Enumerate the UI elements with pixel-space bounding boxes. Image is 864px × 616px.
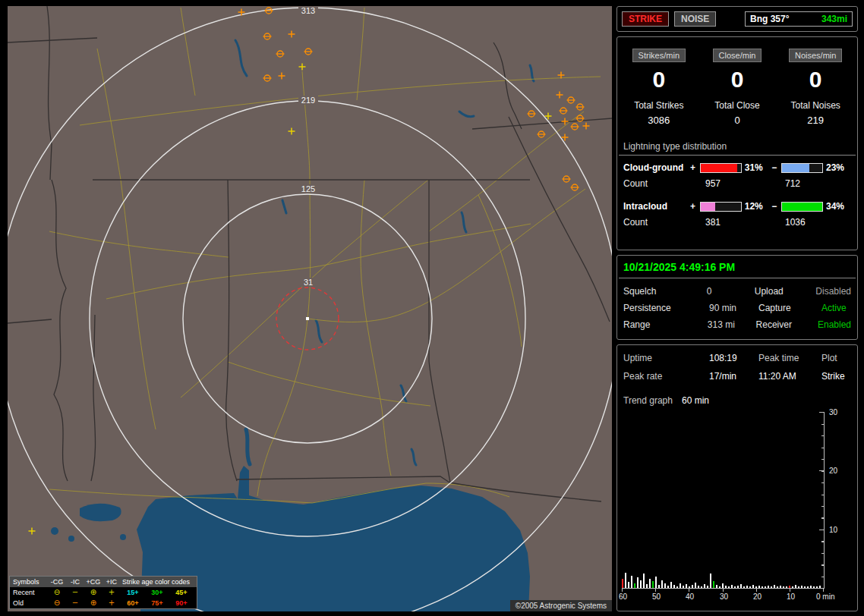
ncg-strike-symbol xyxy=(560,108,568,114)
age-code-75: 75+ xyxy=(145,598,169,608)
strike-mode-button[interactable]: STRIKE xyxy=(622,11,669,27)
total-strikes-value: 3086 xyxy=(620,115,698,126)
trend-bar xyxy=(625,573,626,588)
trend-bar xyxy=(652,581,654,588)
nic-recent-icon: − xyxy=(66,587,84,598)
peak-rate-label: Peak rate xyxy=(623,371,709,382)
pic-strike-symbol xyxy=(557,92,563,99)
noises-per-min-header: Noises/min xyxy=(789,49,842,62)
persistence-value: 90 min xyxy=(709,303,758,313)
trend-bar xyxy=(661,580,663,588)
trend-box: Uptime 108:19 Peak time Plot Peak rate 1… xyxy=(616,344,858,611)
trend-bar xyxy=(622,579,623,588)
range-label: Range xyxy=(623,319,708,330)
close-per-min-header: Close/min xyxy=(713,49,762,62)
trend-bar xyxy=(631,576,632,588)
age-code-60: 60+ xyxy=(121,598,145,608)
trend-bars xyxy=(622,412,824,588)
highway-lines xyxy=(49,8,601,503)
cloud-ground-row: Cloud-ground + 31% − 23% xyxy=(623,162,851,173)
bearing-range-box: Bng 357° 343mi xyxy=(745,11,853,27)
legend-col-nic: -IC xyxy=(66,577,84,587)
upload-label: Upload xyxy=(755,286,816,297)
trend-bar xyxy=(670,582,672,588)
trend-graph-label: Trend graph xyxy=(623,395,682,406)
nic-old-icon: − xyxy=(66,598,84,608)
x-tick-50: 50 xyxy=(652,592,678,601)
map-canvas[interactable]: 313 219 125 31 Symbols -CG -IC +CG +IC S… xyxy=(8,6,612,611)
cloud-ground-label: Cloud-ground xyxy=(623,162,689,173)
peak-rate-value: 17/min xyxy=(709,371,758,382)
strike-symbol-layer xyxy=(29,8,590,535)
count-label: Count xyxy=(623,178,705,189)
capture-label: Capture xyxy=(758,303,821,313)
age-code-30: 30+ xyxy=(145,587,169,598)
total-strikes-label: Total Strikes xyxy=(620,100,698,111)
cg-negative-bar xyxy=(781,163,823,173)
ic-negative-count: 1036 xyxy=(785,217,806,228)
age-code-45: 45+ xyxy=(169,587,194,598)
ncg-recent-icon: ⊖ xyxy=(48,587,66,598)
strikes-per-min-header: Strikes/min xyxy=(632,49,686,62)
ic-count-row: Count 381 1036 xyxy=(623,217,851,228)
x-tick-30: 30 xyxy=(720,592,746,601)
intracloud-label: Intracloud xyxy=(623,201,689,212)
ncg-strike-symbol xyxy=(528,111,536,117)
y-tick-30: 30 xyxy=(829,408,837,416)
pic-strike-symbol xyxy=(289,31,295,38)
ncg-strike-symbol xyxy=(304,49,313,55)
ncg-strike-symbol xyxy=(263,75,272,81)
trend-bar xyxy=(713,581,714,588)
legend-recent-label: Recent xyxy=(10,587,48,598)
x-tick-60: 60 xyxy=(619,592,645,601)
trend-graph: 30 20 10 60 50 40 30 20 10 0 min xyxy=(617,409,857,611)
trend-bar xyxy=(628,582,629,588)
plot-label: Plot xyxy=(821,353,837,363)
close-per-min-value: 0 xyxy=(698,67,776,93)
ncg-strike-symbol xyxy=(538,131,546,137)
total-noises-label: Total Noises xyxy=(777,100,854,111)
legend-col-pic: +IC xyxy=(102,577,121,587)
trend-bar xyxy=(643,574,645,588)
ring-label-31: 31 xyxy=(298,278,318,287)
lake-pontchartrain-water xyxy=(80,504,121,521)
x-tick-40: 40 xyxy=(686,592,711,601)
receiver-value: Enabled xyxy=(818,319,851,330)
pic-old-icon: + xyxy=(102,598,121,608)
pic-strike-symbol xyxy=(29,528,36,535)
side-panel: STRIKE NOISE Bng 357° 343mi Strikes/min … xyxy=(616,6,858,616)
total-close-value: 0 xyxy=(698,115,776,126)
noise-mode-button[interactable]: NOISE xyxy=(674,11,716,27)
trend-window-value: 60 min xyxy=(682,395,709,406)
ncg-strike-symbol xyxy=(265,8,273,14)
divider xyxy=(619,155,856,156)
pic-strike-symbol xyxy=(289,128,295,135)
minus-sign: − xyxy=(770,162,779,173)
y-axis xyxy=(824,412,825,589)
count-label: Count xyxy=(623,217,705,228)
ring-label-313: 313 xyxy=(298,6,318,15)
cg-count-row: Count 957 712 xyxy=(623,178,851,189)
y-tick-10: 10 xyxy=(829,526,837,534)
cg-negative-count: 712 xyxy=(785,178,800,189)
plot-value: Strike xyxy=(821,371,845,382)
trend-bar xyxy=(655,577,657,588)
age-code-90: 90+ xyxy=(169,598,194,608)
rivers-lakes xyxy=(235,40,534,465)
copyright-text: ©2005 Astrogenic Systems xyxy=(510,600,612,611)
ncg-strike-symbol xyxy=(571,184,579,190)
y-tick-20: 20 xyxy=(829,467,837,475)
cg-positive-pct: 31% xyxy=(745,162,770,173)
cg-positive-bar xyxy=(700,163,742,173)
intracloud-row: Intracloud + 12% − 34% xyxy=(623,201,851,212)
ncg-strike-symbol xyxy=(576,104,585,110)
legend-col-ncg: -CG xyxy=(48,577,66,587)
trend-bar xyxy=(710,574,711,588)
x-tick-10: 10 xyxy=(787,592,812,601)
plus-sign: + xyxy=(689,162,698,173)
squelch-label: Squelch xyxy=(623,286,707,297)
map-legend: Symbols -CG -IC +CG +IC Strike age color… xyxy=(9,576,197,609)
noises-per-min-value: 0 xyxy=(777,67,854,93)
ncg-strike-symbol xyxy=(563,176,571,182)
legend-old-label: Old xyxy=(10,598,48,608)
